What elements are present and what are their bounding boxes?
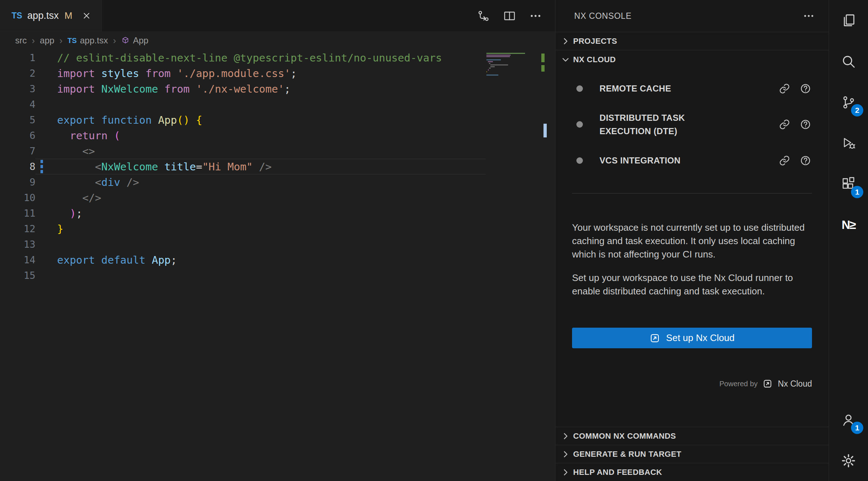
breadcrumb-label: app bbox=[40, 35, 54, 46]
code-line-8[interactable]: 8 <NxWelcome title="Hi Mom" /> bbox=[0, 159, 555, 174]
breadcrumb-item-app-tsx[interactable]: TSapp.tsx bbox=[68, 35, 108, 46]
breadcrumb-item-app[interactable]: app bbox=[40, 35, 54, 46]
code-line-4[interactable]: 4 bbox=[0, 97, 555, 112]
breadcrumb-item-src[interactable]: src bbox=[15, 35, 27, 46]
bottom-sections: COMMON NX COMMANDSGENERATE & RUN TARGETH… bbox=[555, 427, 829, 481]
editor-group: TS app.tsx M src›app›TSapp.tsx›App 1// e… bbox=[0, 0, 555, 481]
section-generate-run-target[interactable]: GENERATE & RUN TARGET bbox=[555, 445, 829, 463]
git-modified-gutter-marker bbox=[40, 160, 43, 173]
cloud-description-2: Set up your workspace to use the Nx Clou… bbox=[572, 271, 812, 298]
section-label: HELP AND FEEDBACK bbox=[573, 468, 662, 477]
setup-nx-cloud-button[interactable]: Set up Nx Cloud bbox=[572, 328, 812, 348]
badge: 2 bbox=[851, 104, 863, 116]
overview-ruler-added-mark bbox=[541, 65, 545, 72]
code-line-2[interactable]: 2import styles from './app.module.css'; bbox=[0, 65, 555, 81]
code-line-13[interactable]: 13 bbox=[0, 237, 555, 252]
code-lines: 1// eslint-disable-next-line @typescript… bbox=[0, 50, 555, 283]
typescript-file-icon: TS bbox=[12, 11, 22, 21]
connect-icon[interactable] bbox=[779, 119, 790, 130]
code-text bbox=[35, 268, 486, 283]
code-line-11[interactable]: 11 ); bbox=[0, 205, 555, 221]
minimap-line bbox=[486, 53, 525, 54]
code-text: return ( bbox=[35, 128, 486, 143]
code-text: import NxWelcome from './nx-welcome'; bbox=[35, 81, 486, 97]
activity-nx-console[interactable]: N≥ bbox=[829, 204, 868, 245]
code-line-15[interactable]: 15 bbox=[0, 268, 555, 283]
more-actions-icon[interactable] bbox=[529, 9, 542, 22]
section-projects[interactable]: PROJECTS bbox=[555, 32, 829, 50]
minimap-line bbox=[489, 68, 491, 69]
breadcrumb-separator: › bbox=[32, 35, 35, 46]
section-label: PROJECTS bbox=[573, 37, 617, 46]
breadcrumb-item-app[interactable]: App bbox=[121, 35, 149, 46]
status-dot bbox=[576, 121, 583, 128]
help-icon[interactable] bbox=[800, 119, 811, 130]
nx-cloud-item-vcs-integration[interactable]: VCS INTEGRATION bbox=[555, 146, 829, 175]
cloud-item-actions bbox=[779, 155, 829, 166]
minimap-line bbox=[486, 75, 498, 76]
search-icon bbox=[841, 54, 856, 69]
open-changes-icon[interactable] bbox=[477, 9, 490, 22]
code-line-14[interactable]: 14export default App; bbox=[0, 252, 555, 268]
line-number: 5 bbox=[0, 112, 35, 128]
connect-icon[interactable] bbox=[779, 83, 790, 94]
line-number: 6 bbox=[0, 128, 35, 143]
activity-bar: 21N≥1 bbox=[829, 0, 868, 481]
line-number: 12 bbox=[0, 221, 35, 237]
minimap-line bbox=[490, 66, 495, 67]
panel-header: NX CONSOLE bbox=[555, 0, 829, 32]
line-number: 13 bbox=[0, 237, 35, 252]
cloud-item-actions bbox=[779, 119, 829, 130]
breadcrumb-separator: › bbox=[59, 35, 62, 46]
code-editor[interactable]: 1// eslint-disable-next-line @typescript… bbox=[0, 49, 555, 481]
code-text: // eslint-disable-next-line @typescript-… bbox=[35, 50, 486, 65]
section-common-nx-commands[interactable]: COMMON NX COMMANDS bbox=[555, 427, 829, 445]
help-icon[interactable] bbox=[800, 155, 811, 166]
code-line-12[interactable]: 12} bbox=[0, 221, 555, 237]
activity-source-control[interactable]: 2 bbox=[829, 82, 868, 123]
section-nx-cloud[interactable]: NX CLOUD bbox=[555, 50, 829, 69]
activity-search[interactable] bbox=[829, 41, 868, 82]
activity-extensions[interactable]: 1 bbox=[829, 163, 868, 204]
code-text: } bbox=[35, 221, 486, 237]
tab-app-tsx[interactable]: TS app.tsx M bbox=[0, 0, 102, 31]
line-number: 4 bbox=[0, 97, 35, 112]
minimap[interactable] bbox=[486, 53, 544, 78]
line-number: 10 bbox=[0, 190, 35, 205]
cloud-item-label: DISTRIBUTED TASK EXECUTION (DTE) bbox=[600, 111, 712, 138]
connect-icon[interactable] bbox=[779, 155, 790, 166]
code-text: </> bbox=[35, 190, 486, 205]
nx-cloud-item-distributed-task-execution-dte-[interactable]: DISTRIBUTED TASK EXECUTION (DTE) bbox=[555, 103, 829, 146]
line-number: 8 bbox=[0, 159, 35, 174]
code-line-6[interactable]: 6 return ( bbox=[0, 128, 555, 143]
section-label: GENERATE & RUN TARGET bbox=[573, 450, 682, 459]
more-actions-icon[interactable] bbox=[803, 10, 815, 22]
editor-actions bbox=[477, 0, 555, 31]
line-number: 2 bbox=[0, 65, 35, 81]
code-line-9[interactable]: 9 <div /> bbox=[0, 174, 555, 190]
chevron-down-icon bbox=[561, 55, 570, 64]
minimap-line bbox=[488, 61, 493, 62]
settings-icon bbox=[841, 453, 856, 468]
section-help-and-feedback[interactable]: HELP AND FEEDBACK bbox=[555, 463, 829, 481]
code-line-7[interactable]: 7 <> bbox=[0, 143, 555, 159]
activity-run-debug[interactable] bbox=[829, 123, 868, 163]
minimap-line bbox=[486, 59, 501, 60]
split-editor-icon[interactable] bbox=[503, 9, 516, 22]
activity-explorer[interactable] bbox=[829, 0, 868, 41]
run-debug-icon bbox=[841, 136, 856, 151]
help-icon[interactable] bbox=[800, 83, 811, 94]
code-line-1[interactable]: 1// eslint-disable-next-line @typescript… bbox=[0, 50, 555, 65]
minimap-line bbox=[486, 55, 511, 56]
activity-bar-bottom: 1 bbox=[829, 399, 868, 481]
powered-by-label: Powered by bbox=[719, 380, 758, 388]
activity-settings[interactable] bbox=[829, 440, 868, 481]
cloud-item-label: VCS INTEGRATION bbox=[600, 154, 712, 167]
code-line-5[interactable]: 5export function App() { bbox=[0, 112, 555, 128]
activity-account[interactable]: 1 bbox=[829, 399, 868, 440]
code-line-3[interactable]: 3import NxWelcome from './nx-welcome'; bbox=[0, 81, 555, 97]
code-line-10[interactable]: 10 </> bbox=[0, 190, 555, 205]
nx-cloud-item-remote-cache[interactable]: REMOTE CACHE bbox=[555, 74, 829, 103]
close-icon[interactable] bbox=[82, 11, 91, 21]
section-label: COMMON NX COMMANDS bbox=[573, 431, 676, 441]
